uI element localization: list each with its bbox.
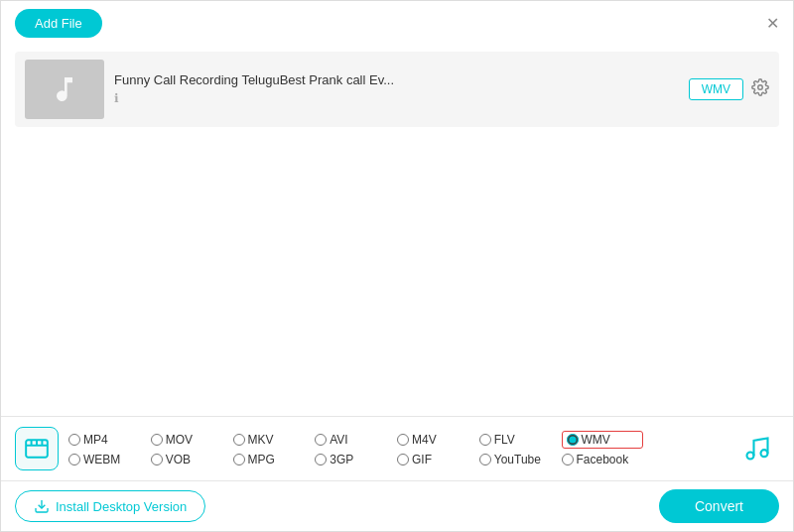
file-actions: WMV bbox=[689, 78, 769, 101]
format-wmv[interactable]: WMV bbox=[562, 431, 644, 449]
format-m4v[interactable]: M4V bbox=[397, 431, 479, 449]
radio-mov[interactable] bbox=[151, 434, 163, 446]
radio-vob[interactable] bbox=[151, 454, 163, 466]
radio-3gp[interactable] bbox=[315, 454, 327, 466]
radio-mkv[interactable] bbox=[233, 434, 245, 446]
format-vob[interactable]: VOB bbox=[151, 453, 233, 466]
close-button[interactable]: ✕ bbox=[766, 16, 779, 32]
file-item: Funny Call Recording TeluguBest Prank ca… bbox=[15, 52, 779, 127]
format-badge-button[interactable]: WMV bbox=[689, 78, 743, 100]
radio-facebook[interactable] bbox=[562, 454, 574, 466]
info-icon: ℹ bbox=[114, 91, 119, 105]
format-grid: MP4 MOV MKV AVI M4V FLV WMV WEBM VOB bbox=[68, 431, 726, 466]
file-name: Funny Call Recording TeluguBest Prank ca… bbox=[114, 72, 679, 87]
format-mp4[interactable]: MP4 bbox=[68, 431, 151, 449]
format-mov[interactable]: MOV bbox=[151, 431, 233, 449]
convert-button[interactable]: Convert bbox=[659, 489, 779, 523]
file-list: Funny Call Recording TeluguBest Prank ca… bbox=[1, 46, 793, 133]
format-flv[interactable]: FLV bbox=[479, 431, 562, 449]
radio-gif[interactable] bbox=[397, 454, 409, 466]
radio-youtube[interactable] bbox=[479, 454, 491, 466]
install-label: Install Desktop Version bbox=[56, 499, 187, 514]
file-info: Funny Call Recording TeluguBest Prank ca… bbox=[114, 72, 679, 106]
svg-point-6 bbox=[747, 453, 754, 460]
music-icon bbox=[49, 73, 80, 105]
audio-icon-area[interactable] bbox=[735, 427, 779, 470]
radio-flv[interactable] bbox=[479, 434, 491, 446]
top-bar: Add File ✕ bbox=[1, 1, 793, 46]
format-mkv[interactable]: MKV bbox=[233, 431, 316, 449]
install-button[interactable]: Install Desktop Version bbox=[15, 490, 205, 522]
format-avi[interactable]: AVI bbox=[315, 431, 397, 449]
svg-point-0 bbox=[758, 84, 763, 89]
footer-bar: Install Desktop Version Convert bbox=[1, 481, 793, 531]
format-gif[interactable]: GIF bbox=[397, 453, 479, 466]
video-format-icon[interactable] bbox=[15, 427, 59, 470]
format-webm[interactable]: WEBM bbox=[68, 453, 151, 466]
format-3gp[interactable]: 3GP bbox=[315, 453, 397, 466]
format-panel: MP4 MOV MKV AVI M4V FLV WMV WEBM VOB bbox=[1, 416, 793, 481]
format-youtube[interactable]: YouTube bbox=[479, 453, 562, 466]
radio-m4v[interactable] bbox=[397, 434, 409, 446]
content-area bbox=[1, 133, 793, 371]
settings-button[interactable] bbox=[751, 78, 769, 101]
format-facebook[interactable]: Facebook bbox=[562, 453, 644, 466]
radio-webm[interactable] bbox=[68, 454, 80, 466]
radio-avi[interactable] bbox=[315, 434, 327, 446]
file-thumbnail bbox=[25, 60, 104, 119]
radio-mp4[interactable] bbox=[68, 434, 80, 446]
radio-wmv[interactable] bbox=[567, 434, 579, 446]
download-icon bbox=[34, 498, 50, 514]
svg-point-7 bbox=[761, 450, 768, 457]
radio-mpg[interactable] bbox=[233, 454, 245, 466]
add-file-button[interactable]: Add File bbox=[15, 9, 102, 38]
format-mpg[interactable]: MPG bbox=[233, 453, 316, 466]
